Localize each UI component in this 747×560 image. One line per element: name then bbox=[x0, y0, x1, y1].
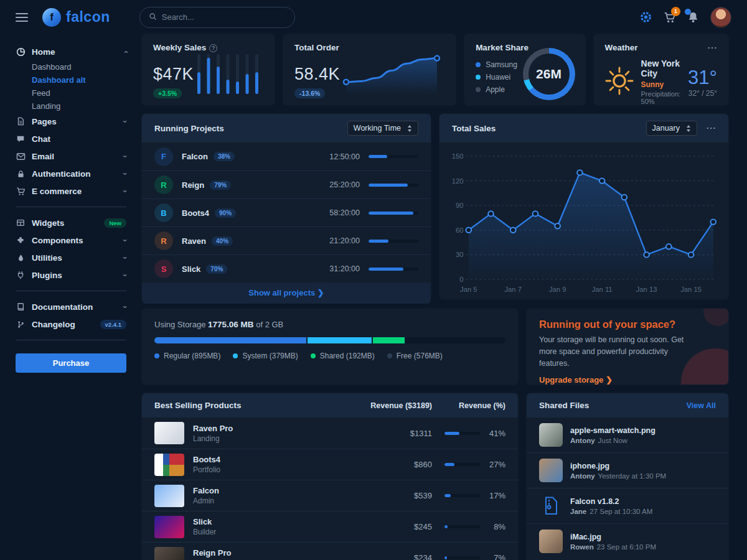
file-name-link[interactable]: apple-smart-watch.png bbox=[570, 426, 655, 435]
weather-city: New York City bbox=[641, 58, 681, 78]
project-list: FFalcon38%12:50:00RReign79%25:20:00BBoot… bbox=[142, 142, 431, 282]
product-revenue: $539 bbox=[395, 491, 432, 500]
weekly-sales-delta-badge: +3.5% bbox=[153, 88, 182, 98]
project-name[interactable]: Reign bbox=[182, 180, 204, 190]
brand-logo[interactable]: f falcon bbox=[42, 8, 110, 27]
market-share-center-value: 26M bbox=[536, 67, 561, 82]
product-name-link[interactable]: Raven Pro bbox=[193, 424, 395, 433]
market-share-card: Market Share SamsungHuaweiApple 26M bbox=[464, 34, 585, 105]
project-name[interactable]: Falcon bbox=[182, 152, 208, 161]
sidebar-subitem-dashboard-alt[interactable]: Dashboard alt bbox=[16, 73, 126, 86]
product-row: SlickBuilder$2458% bbox=[142, 511, 518, 542]
search-bar[interactable] bbox=[139, 7, 295, 28]
product-thumbnail bbox=[154, 485, 184, 507]
sidebar-item-documentation[interactable]: Documentation› bbox=[16, 298, 126, 315]
project-progress-bar bbox=[369, 212, 418, 215]
file-name-link[interactable]: Falcon v1.8.2 bbox=[570, 497, 652, 506]
dots-menu-icon[interactable]: ⋯ bbox=[707, 45, 717, 51]
sidebar-subitem-feed[interactable]: Feed bbox=[16, 86, 126, 100]
sidebar-item-components[interactable]: Components› bbox=[16, 231, 126, 249]
sidebar-nav: Home›DashboardDashboard altFeedLandingPa… bbox=[16, 43, 126, 333]
project-time: 21:20:00 bbox=[329, 236, 360, 245]
total-sales-card: Total Sales January ⋯ 1501209060300Jan 5… bbox=[439, 114, 728, 299]
running-projects-title: Running Projects bbox=[154, 124, 224, 133]
month-select[interactable]: January bbox=[646, 121, 697, 136]
project-name[interactable]: Raven bbox=[182, 236, 206, 246]
upgrade-storage-link[interactable]: Upgrade storage ❯ bbox=[539, 375, 613, 385]
book-icon bbox=[16, 302, 26, 312]
search-input[interactable] bbox=[162, 12, 274, 22]
file-user: Antony bbox=[570, 437, 595, 444]
weekly-sales-title: Weekly Sales? bbox=[153, 43, 263, 52]
dots-menu-icon[interactable]: ⋯ bbox=[706, 125, 716, 131]
product-pct: 17% bbox=[481, 491, 505, 500]
sidebar-item-widgets[interactable]: WidgetsNew bbox=[16, 214, 126, 231]
best-selling-products-card: Best Selling Products Revenue ($3189) Re… bbox=[142, 393, 518, 560]
chevron-down-icon: › bbox=[120, 172, 129, 175]
show-all-projects-link[interactable]: Show all projects ❯ bbox=[248, 288, 324, 297]
svg-text:150: 150 bbox=[452, 152, 464, 160]
project-row: BBoots490%58:20:00 bbox=[142, 198, 431, 226]
file-thumbnail bbox=[539, 530, 563, 553]
product-category: Landing bbox=[193, 434, 395, 443]
project-row: RRaven40%21:20:00 bbox=[142, 226, 431, 254]
project-pct-badge: 40% bbox=[212, 236, 233, 246]
file-meta: AntonyJust Now bbox=[570, 437, 655, 444]
sidebar-item-label: Pages bbox=[32, 117, 120, 126]
sidebar-item-changelog[interactable]: Changelogv2.4.1 bbox=[16, 315, 126, 333]
sidebar-item-utilities[interactable]: Utilities› bbox=[16, 249, 126, 266]
chart-pie-icon bbox=[16, 47, 26, 57]
sidebar: Home›DashboardDashboard altFeedLandingPa… bbox=[0, 34, 142, 373]
svg-text:0: 0 bbox=[459, 276, 463, 283]
sidebar-item-e-commerce[interactable]: E commerce› bbox=[16, 182, 126, 200]
project-pct-badge: 70% bbox=[206, 264, 227, 274]
legend-dot bbox=[387, 353, 392, 358]
product-name-link[interactable]: Reign Pro bbox=[193, 548, 395, 558]
svg-text:Jan 13: Jan 13 bbox=[636, 286, 657, 293]
project-name[interactable]: Slick bbox=[182, 264, 200, 274]
working-time-select[interactable]: Working Time bbox=[347, 121, 418, 136]
file-name-link[interactable]: iMac.jpg bbox=[570, 533, 656, 541]
product-name-link[interactable]: Falcon bbox=[193, 486, 395, 495]
settings-gear-icon[interactable] bbox=[639, 11, 652, 24]
menu-icon[interactable] bbox=[16, 13, 28, 22]
weather-precipitation: Precipitation: 50% bbox=[641, 90, 681, 105]
product-name-link[interactable]: Slick bbox=[193, 517, 395, 526]
sidebar-item-pages[interactable]: Pages› bbox=[16, 113, 126, 130]
sidebar-item-home[interactable]: Home› bbox=[16, 43, 126, 60]
projects-footer: Show all projects ❯ bbox=[142, 282, 431, 304]
weather-title: Weather bbox=[605, 43, 638, 52]
product-progress-bar bbox=[444, 556, 481, 559]
project-progress-bar bbox=[369, 240, 418, 243]
sidebar-item-plugins[interactable]: Plugins› bbox=[16, 266, 126, 284]
product-revenue: $234 bbox=[395, 553, 432, 560]
project-name[interactable]: Boots4 bbox=[182, 208, 209, 218]
space-card-body: Your storage will be running out soon. G… bbox=[539, 334, 689, 369]
sidebar-item-label: E commerce bbox=[32, 187, 120, 196]
svg-text:Jan 9: Jan 9 bbox=[549, 286, 566, 293]
file-user: Antony bbox=[570, 472, 595, 480]
purchase-button[interactable]: Purchase bbox=[16, 353, 126, 373]
storage-legend: Regular (895MB)System (379MB)Shared (192… bbox=[154, 352, 505, 360]
product-revenue: $860 bbox=[395, 460, 432, 469]
cart-button[interactable]: 1 bbox=[664, 11, 676, 24]
sidebar-item-authentication[interactable]: Authentication› bbox=[16, 165, 126, 182]
sidebar-item-label: Plugins bbox=[32, 271, 120, 280]
info-icon[interactable]: ? bbox=[209, 44, 217, 52]
user-avatar[interactable] bbox=[710, 7, 731, 28]
chevron-down-icon: › bbox=[120, 239, 129, 241]
sidebar-subitem-dashboard[interactable]: Dashboard bbox=[16, 60, 126, 73]
sidebar-item-chat[interactable]: Chat bbox=[16, 130, 126, 147]
sidebar-item-email[interactable]: Email› bbox=[16, 147, 126, 165]
legend-label: System (379MB) bbox=[242, 352, 298, 360]
file-name-link[interactable]: iphone.jpg bbox=[570, 462, 666, 470]
view-all-link[interactable]: View All bbox=[687, 401, 716, 410]
sidebar-item-label: Components bbox=[32, 236, 120, 245]
sidebar-subitem-landing[interactable]: Landing bbox=[16, 100, 126, 113]
product-name-link[interactable]: Boots4 bbox=[193, 455, 395, 464]
sidebar-item-label: Documentation bbox=[32, 302, 120, 312]
sidebar-item-label: Home bbox=[32, 47, 120, 57]
project-row: SSlick70%31:20:00 bbox=[142, 254, 431, 282]
notifications-button[interactable] bbox=[687, 11, 699, 23]
cart-count-badge: 1 bbox=[671, 7, 680, 16]
